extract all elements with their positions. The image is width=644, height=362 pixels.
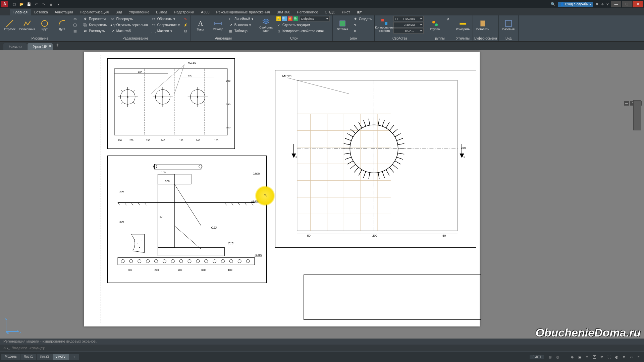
insert-block-button[interactable]: Вставка: [334, 16, 351, 34]
viewport-1[interactable]: М1:30 400 350 290 390 300 160 200 150 24…: [107, 58, 235, 149]
panel-modify-title[interactable]: Редактирование: [82, 36, 189, 41]
save-icon[interactable]: 💾: [26, 1, 32, 7]
cmd-close-icon[interactable]: ✕: [2, 346, 7, 350]
tab-manage[interactable]: Управление: [125, 9, 153, 15]
text-button[interactable]: AТекст: [192, 16, 209, 34]
tab-parametric[interactable]: Параметризация: [76, 9, 112, 15]
copy-layer-props-button[interactable]: ⎘Копировать свойства слоя: [275, 28, 331, 34]
copy-button[interactable]: ⿻Копировать: [82, 22, 108, 27]
create-block-button[interactable]: ✚Создать: [352, 16, 373, 21]
add-sheet[interactable]: ＋: [69, 354, 79, 360]
tab-model[interactable]: Модель: [1, 354, 20, 360]
tab-featured[interactable]: Рекомендованные приложения: [213, 9, 273, 15]
rotate-button[interactable]: ⟳Повернуть: [109, 16, 149, 21]
panel-view-title[interactable]: Вид: [500, 36, 517, 41]
base-view-button[interactable]: Базовый: [500, 16, 517, 34]
new-icon[interactable]: ▢: [11, 1, 17, 7]
viewport-2[interactable]: 0.900 ±0.000 -0.600 С12 С18 200 300 300 …: [107, 156, 267, 283]
tab-spds[interactable]: СПДС: [321, 9, 338, 15]
undo-icon[interactable]: ↶: [34, 1, 39, 7]
move-button[interactable]: ✥Перенести: [82, 16, 108, 21]
ungroup-icon[interactable]: ⊘: [444, 16, 451, 21]
tab-layout[interactable]: Лист: [339, 9, 354, 15]
signin-button[interactable]: 👤 Вход в службы ▾: [558, 2, 593, 7]
open-icon[interactable]: 📂: [19, 1, 24, 7]
arc-button[interactable]: Дуга: [54, 16, 70, 34]
print-icon[interactable]: 🖨: [48, 1, 54, 7]
erase-icon[interactable]: ✎: [182, 16, 189, 21]
add-doc-tab[interactable]: ＋: [53, 40, 60, 50]
scale-button[interactable]: ⤢Масштаб: [109, 28, 149, 34]
lineweight-dropdown[interactable]: — 0.40 мм▾: [393, 22, 424, 27]
panel-block-title[interactable]: Блок: [334, 36, 373, 41]
hatch-icon[interactable]: ▤: [71, 28, 78, 34]
tab-output[interactable]: Вывод: [153, 9, 170, 15]
tab-extras[interactable]: ▣▾: [353, 8, 365, 15]
doc-tab-start[interactable]: Начало: [3, 43, 27, 50]
maximize-button[interactable]: □: [622, 1, 632, 7]
viewport-3[interactable]: М1:25 2 2 360 50: [275, 70, 476, 248]
tab-performance[interactable]: Performance: [293, 9, 321, 15]
linetype-dropdown[interactable]: ─ ПоСл...▾: [393, 28, 424, 34]
layer-props-button[interactable]: Свойства слоя: [258, 16, 274, 34]
panel-util-title[interactable]: Утилиты: [454, 36, 471, 41]
tab-annotations[interactable]: Аннотации: [51, 9, 76, 15]
vp-min-icon[interactable]: —: [624, 101, 629, 106]
snap-icon[interactable]: ◎: [555, 354, 560, 360]
osnap-icon[interactable]: ▣: [577, 354, 582, 360]
minimize-button[interactable]: —: [611, 1, 621, 7]
stretch-button[interactable]: ⇄Растянуть: [82, 28, 108, 34]
tab-home[interactable]: Главная: [10, 9, 31, 15]
ortho-icon[interactable]: ∟: [562, 354, 568, 360]
tab-view[interactable]: Вид: [112, 9, 125, 15]
panel-layers-title[interactable]: Слои: [258, 36, 331, 41]
polyline-button[interactable]: Полилиния: [19, 16, 36, 34]
line-button[interactable]: Отрезок: [1, 16, 18, 34]
isolate-icon[interactable]: ◐: [614, 354, 619, 360]
help-icon[interactable]: ?: [606, 2, 608, 6]
paper-space[interactable]: М1:30 400 350 290 390 300 160 200 150 24…: [84, 52, 480, 326]
group-button[interactable]: Группа: [427, 16, 443, 34]
edit-block-icon[interactable]: ✎: [352, 22, 373, 27]
measure-button[interactable]: Измерить: [454, 16, 471, 34]
panel-clip-title[interactable]: Буфер обмена: [474, 36, 497, 41]
tab-insert[interactable]: Вставка: [31, 9, 51, 15]
panel-draw-title[interactable]: Рисование: [1, 36, 78, 41]
app-logo[interactable]: A: [1, 1, 8, 7]
panel-annot-title[interactable]: Аннотации: [192, 36, 255, 41]
polar-icon[interactable]: ⊛: [570, 354, 575, 360]
tab-sheet1[interactable]: Лист1: [20, 354, 36, 360]
tab-a360[interactable]: A360: [198, 9, 213, 15]
viewport-4[interactable]: [304, 275, 481, 320]
linear-button[interactable]: ⊢Линейный ▾: [227, 16, 255, 21]
drawing-canvas[interactable]: — □ ✕ М1:30 400 350 290 390 300: [0, 50, 644, 352]
array-button[interactable]: ⋮⋮Массив ▾: [150, 28, 181, 34]
grid-icon[interactable]: ⊞: [547, 354, 553, 360]
trim-button[interactable]: ✂Обрезать ▾: [150, 16, 181, 21]
qat-dropdown-icon[interactable]: ▾: [56, 1, 61, 7]
panel-props-title[interactable]: Свойства: [376, 36, 424, 41]
clean-icon[interactable]: ▭: [629, 354, 634, 360]
explode-icon[interactable]: ⚡: [182, 22, 189, 27]
rect-icon[interactable]: ▭: [71, 16, 78, 21]
match-props-button[interactable]: Копирование свойств: [376, 16, 393, 34]
exchange-icon[interactable]: ✕: [596, 2, 599, 6]
ellipse-icon[interactable]: ◯: [71, 22, 78, 27]
tab-sheet2[interactable]: Лист2: [37, 354, 52, 360]
block-attr-icon[interactable]: ⚙: [352, 28, 373, 34]
mirror-button[interactable]: ▲▽Отразить зеркально: [109, 22, 149, 27]
fillet-button[interactable]: ◠Сопряжение ▾: [150, 22, 181, 27]
doc-tab-current[interactable]: Урок 16*✕: [28, 43, 53, 50]
close-button[interactable]: ✕: [633, 1, 643, 7]
space-mode[interactable]: ЛИСТ: [530, 355, 544, 359]
nav-bar[interactable]: [633, 100, 641, 130]
circle-button[interactable]: Круг: [36, 16, 53, 34]
anno-icon[interactable]: 🄰: [592, 354, 597, 360]
layer-dropdown[interactable]: Defpoints▾: [300, 16, 330, 21]
color-dropdown[interactable]: ▢ ПоСлою▾: [393, 16, 424, 21]
scale-icon[interactable]: ⚖: [599, 354, 604, 360]
maximize-vp-icon[interactable]: ⛶: [606, 354, 612, 360]
customize-icon[interactable]: ≡: [636, 354, 641, 360]
redo-icon[interactable]: ↷: [41, 1, 46, 7]
autodesk-icon[interactable]: ⟐: [601, 2, 604, 6]
